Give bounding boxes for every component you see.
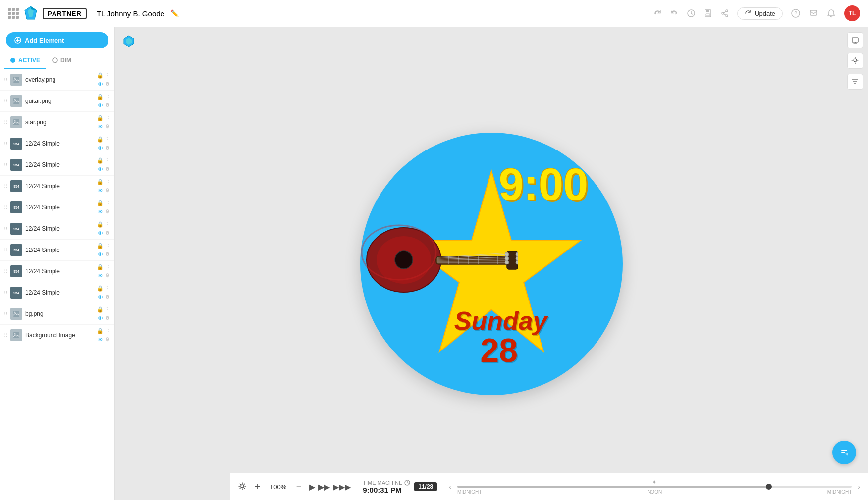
- layer-lock-icon[interactable]: 🔒: [97, 179, 104, 185]
- layer-drag-handle[interactable]: ⠿: [4, 333, 7, 338]
- layer-visibility-icon[interactable]: 👁: [98, 145, 103, 151]
- list-item[interactable]: ⠿ 954 12/24 Simple 🔒 ⚐ 👁 ⚙: [0, 154, 114, 176]
- layer-visibility-icon[interactable]: 👁: [98, 188, 103, 194]
- layer-settings-icon[interactable]: ⚙: [105, 81, 110, 87]
- share-button[interactable]: [720, 9, 729, 18]
- canvas-location-btn[interactable]: [847, 53, 863, 69]
- list-item[interactable]: ⠿ 954 12/24 Simple 🔒 ⚐ 👁 ⚙: [0, 240, 114, 261]
- chat-fab-button[interactable]: [832, 441, 856, 464]
- layer-lock-icon[interactable]: 🔒: [97, 136, 104, 143]
- skip-button[interactable]: ▶▶▶: [333, 482, 351, 492]
- timeline[interactable]: ✦ MIDNIGHT NOON MIDNIGHT: [453, 479, 856, 495]
- layer-settings-icon[interactable]: ⚙: [105, 294, 110, 300]
- list-item[interactable]: ⠿ 954 12/24 Simple 🔒 ⚐ 👁 ⚙: [0, 261, 114, 282]
- layer-visibility-icon[interactable]: 👁: [98, 209, 103, 215]
- partner-logo[interactable]: PARTNER: [43, 8, 87, 19]
- layer-lock-icon[interactable]: 🔒: [97, 115, 104, 121]
- layer-lock-icon[interactable]: 🔒: [97, 243, 104, 249]
- list-item[interactable]: ⠿ 954 12/24 Simple 🔒 ⚐ 👁 ⚙: [0, 282, 114, 303]
- list-item[interactable]: ⠿ 954 12/24 Simple 🔒 ⚐ 👁 ⚙: [0, 176, 114, 197]
- layer-visibility-icon[interactable]: 👁: [98, 273, 103, 279]
- list-item[interactable]: ⠿ bg.png 🔒 ⚐ 👁 ⚙: [0, 303, 114, 325]
- layer-settings-icon[interactable]: ⚙: [105, 187, 110, 194]
- tab-dim[interactable]: DIM: [46, 53, 77, 69]
- layer-settings-icon[interactable]: ⚙: [105, 102, 110, 108]
- save-button[interactable]: [704, 9, 712, 18]
- layer-lock-icon[interactable]: 🔒: [97, 264, 104, 270]
- layer-drag-handle[interactable]: ⠿: [4, 311, 7, 317]
- layer-lock-icon[interactable]: 🔒: [97, 306, 104, 313]
- layer-tag-icon[interactable]: ⚐: [106, 115, 110, 121]
- layer-lock-icon[interactable]: 🔒: [97, 72, 104, 79]
- layer-tag-icon[interactable]: ⚐: [106, 264, 110, 270]
- undo-button[interactable]: [653, 9, 662, 18]
- layer-settings-icon[interactable]: ⚙: [105, 251, 110, 257]
- layer-tag-icon[interactable]: ⚐: [106, 221, 110, 228]
- add-element-button[interactable]: Add Element: [6, 32, 108, 48]
- canvas-layers-icon[interactable]: [122, 34, 136, 50]
- help-button[interactable]: ?: [791, 8, 801, 18]
- messages-button[interactable]: [809, 8, 818, 18]
- user-avatar[interactable]: TL: [844, 5, 860, 21]
- zoom-out-button[interactable]: −: [296, 482, 302, 491]
- layer-tag-icon[interactable]: ⚐: [106, 94, 110, 100]
- layer-visibility-icon[interactable]: 👁: [98, 315, 103, 321]
- list-item[interactable]: ⠿ 954 12/24 Simple 🔒 ⚐ 👁 ⚙: [0, 197, 114, 218]
- layer-drag-handle[interactable]: ⠿: [4, 120, 7, 125]
- layer-settings-icon[interactable]: ⚙: [105, 166, 110, 172]
- list-item[interactable]: ⠿ guitar.png 🔒 ⚐ 👁 ⚙: [0, 91, 114, 112]
- layer-lock-icon[interactable]: 🔒: [97, 285, 104, 292]
- history-button[interactable]: [687, 9, 696, 18]
- layer-drag-handle[interactable]: ⠿: [4, 248, 7, 253]
- layer-lock-icon[interactable]: 🔒: [97, 94, 104, 100]
- layer-tag-icon[interactable]: ⚐: [106, 200, 110, 206]
- layer-lock-icon[interactable]: 🔒: [97, 200, 104, 206]
- settings-button[interactable]: [238, 482, 247, 492]
- canvas-filter-btn[interactable]: [847, 74, 863, 90]
- layer-tag-icon[interactable]: ⚐: [106, 285, 110, 292]
- layer-visibility-icon[interactable]: 👁: [98, 230, 103, 236]
- layer-drag-handle[interactable]: ⠿: [4, 205, 7, 210]
- canvas-device-btn[interactable]: [847, 32, 863, 48]
- update-button[interactable]: Update: [737, 7, 783, 20]
- layer-visibility-icon[interactable]: 👁: [98, 294, 103, 300]
- list-item[interactable]: ⠿ Background Image 🔒 ⚐ 👁 ⚙: [0, 325, 114, 346]
- layer-settings-icon[interactable]: ⚙: [105, 208, 110, 215]
- layer-tag-icon[interactable]: ⚐: [106, 136, 110, 143]
- list-item[interactable]: ⠿ star.png 🔒 ⚐ 👁 ⚙: [0, 112, 114, 133]
- layer-drag-handle[interactable]: ⠿: [4, 77, 7, 83]
- layer-drag-handle[interactable]: ⠿: [4, 184, 7, 189]
- layer-lock-icon[interactable]: 🔒: [97, 328, 104, 334]
- canvas-area[interactable]: 9:00: [115, 27, 868, 500]
- list-item[interactable]: ⠿ 954 12/24 Simple 🔒 ⚐ 👁 ⚙: [0, 218, 114, 240]
- redo-button[interactable]: [670, 9, 679, 18]
- layer-tag-icon[interactable]: ⚐: [106, 179, 110, 185]
- layer-settings-icon[interactable]: ⚙: [105, 145, 110, 151]
- fast-forward-button[interactable]: ▶▶: [318, 482, 330, 492]
- layer-lock-icon[interactable]: 🔒: [97, 157, 104, 164]
- layer-lock-icon[interactable]: 🔒: [97, 221, 104, 228]
- layer-drag-handle[interactable]: ⠿: [4, 290, 7, 296]
- layer-tag-icon[interactable]: ⚐: [106, 157, 110, 164]
- list-item[interactable]: ⠿ overlay.png 🔒 ⚐ 👁 ⚙: [0, 69, 114, 91]
- layer-settings-icon[interactable]: ⚙: [105, 336, 110, 343]
- layer-visibility-icon[interactable]: 👁: [98, 337, 103, 343]
- layer-settings-icon[interactable]: ⚙: [105, 123, 110, 130]
- layer-visibility-icon[interactable]: 👁: [98, 102, 103, 108]
- edit-title-icon[interactable]: ✏️: [170, 9, 179, 17]
- layer-tag-icon[interactable]: ⚐: [106, 306, 110, 313]
- grid-icon[interactable]: [8, 8, 19, 19]
- add-element-small-button[interactable]: +: [255, 482, 261, 492]
- gem-logo-icon[interactable]: [23, 5, 39, 21]
- tab-active[interactable]: ACTIVE: [4, 53, 46, 69]
- layer-drag-handle[interactable]: ⠿: [4, 141, 7, 147]
- layer-drag-handle[interactable]: ⠿: [4, 226, 7, 232]
- layer-drag-handle[interactable]: ⠿: [4, 99, 7, 104]
- layer-visibility-icon[interactable]: 👁: [98, 166, 103, 172]
- layer-tag-icon[interactable]: ⚐: [106, 243, 110, 249]
- layer-settings-icon[interactable]: ⚙: [105, 272, 110, 279]
- layer-visibility-icon[interactable]: 👁: [98, 81, 103, 87]
- layer-tag-icon[interactable]: ⚐: [106, 72, 110, 79]
- layer-drag-handle[interactable]: ⠿: [4, 162, 7, 168]
- layer-visibility-icon[interactable]: 👁: [98, 251, 103, 257]
